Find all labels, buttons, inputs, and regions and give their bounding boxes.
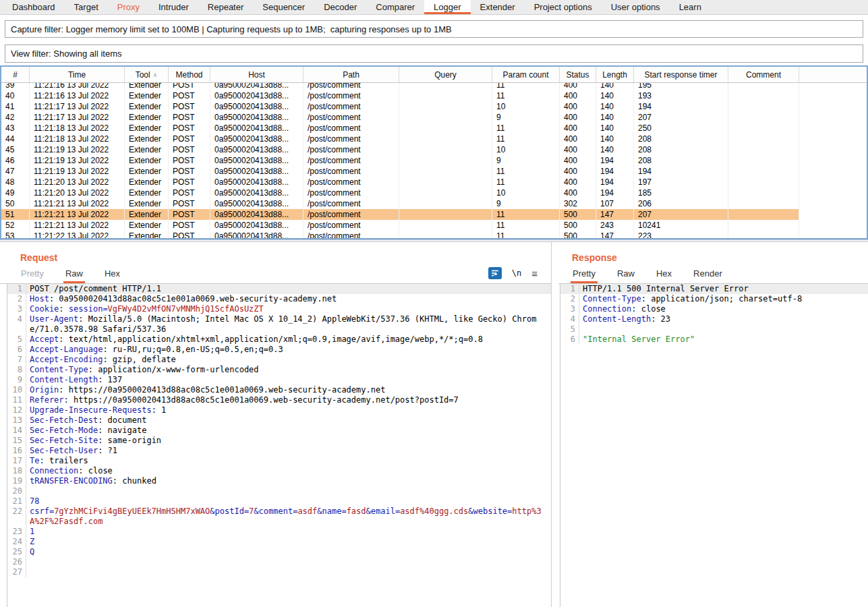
- table-row[interactable]: 4911:21:20 13 Jul 2022ExtenderPOST0a9500…: [1, 187, 867, 198]
- line-content: Content-Length: 23: [579, 314, 868, 324]
- table-row[interactable]: 4411:21:18 13 Jul 2022ExtenderPOST0a9500…: [1, 134, 867, 144]
- menu-tab-project-options[interactable]: Project options: [525, 0, 602, 14]
- request-tab-raw[interactable]: Raw: [63, 265, 85, 283]
- menu-tab-dashboard[interactable]: Dashboard: [3, 0, 65, 14]
- column-header-path[interactable]: Path: [303, 67, 399, 82]
- editor-line: 4Content-Length: 23: [560, 314, 868, 324]
- line-number: 18: [7, 466, 26, 476]
- table-cell: POST: [169, 187, 210, 198]
- table-row[interactable]: 4211:21:17 13 Jul 2022ExtenderPOST0a9500…: [1, 112, 867, 123]
- table-cell: [728, 144, 799, 155]
- table-cell: 11:21:18 13 Jul 2022: [30, 134, 125, 144]
- view-filter-text: View filter: Showing all items: [11, 49, 122, 59]
- editor-line: 24Z: [7, 537, 551, 547]
- column-header-tool[interactable]: Tool∧: [125, 67, 169, 82]
- menu-tab-target[interactable]: Target: [65, 0, 108, 14]
- menu-tab-decoder[interactable]: Decoder: [314, 0, 366, 14]
- menu-tab-learn[interactable]: Learn: [670, 0, 711, 14]
- table-cell: 0a9500020413d88...: [210, 144, 303, 155]
- line-content: Content-Length: 137: [26, 375, 551, 385]
- table-cell: 0a9500020413d88...: [210, 155, 303, 166]
- panel-divider[interactable]: [552, 242, 558, 607]
- table-cell: 0a9500020413d88...: [210, 177, 303, 187]
- menu-tab-repeater[interactable]: Repeater: [198, 0, 253, 14]
- table-row[interactable]: 5111:21:21 13 Jul 2022ExtenderPOST0a9500…: [1, 209, 867, 220]
- table-cell: 0a9500020413d88...: [210, 220, 303, 231]
- column-header-label: Method: [175, 70, 202, 80]
- table-row[interactable]: 4711:21:19 13 Jul 2022ExtenderPOST0a9500…: [1, 166, 867, 177]
- table-cell: Extender: [125, 123, 169, 134]
- line-number: 7: [7, 355, 26, 365]
- table-cell: [728, 198, 799, 209]
- table-row[interactable]: 5011:21:21 13 Jul 2022ExtenderPOST0a9500…: [1, 198, 867, 209]
- table-cell: /post/comment: [303, 187, 399, 198]
- column-header-host[interactable]: Host: [210, 67, 303, 82]
- column-header-method[interactable]: Method: [169, 67, 210, 82]
- request-editor[interactable]: 1POST /post/comment HTTP/1.12Host: 0a950…: [7, 284, 551, 607]
- table-row[interactable]: 4811:21:20 13 Jul 2022ExtenderPOST0a9500…: [1, 177, 867, 187]
- table-row[interactable]: 4011:21:16 13 Jul 2022ExtenderPOST0a9500…: [1, 90, 867, 101]
- table-row[interactable]: 4511:21:19 13 Jul 2022ExtenderPOST0a9500…: [1, 144, 867, 155]
- response-tab-raw[interactable]: Raw: [615, 265, 637, 283]
- table-cell: [728, 101, 799, 112]
- table-row[interactable]: 5311:21:22 13 Jul 2022ExtenderPOST0a9500…: [1, 231, 867, 239]
- response-tab-hex[interactable]: Hex: [654, 265, 674, 283]
- column-header-comment[interactable]: Comment: [728, 67, 799, 82]
- table-cell: Extender: [125, 187, 169, 198]
- table-cell: 45: [1, 144, 30, 155]
- menu-tab-comparer[interactable]: Comparer: [366, 0, 424, 14]
- column-header-length[interactable]: Length: [596, 67, 634, 82]
- table-cell: 11: [492, 123, 560, 134]
- capture-filter-bar[interactable]: Capture filter: Logger memory limit set …: [5, 20, 863, 38]
- menu-tab-proxy[interactable]: Proxy: [108, 0, 149, 14]
- column-header-query[interactable]: Query: [399, 67, 492, 82]
- soft-wrap-toggle-icon[interactable]: [488, 267, 502, 279]
- line-number: 4: [7, 314, 26, 335]
- view-filter-bar[interactable]: View filter: Showing all items: [5, 45, 863, 63]
- menu-tab-sequencer[interactable]: Sequencer: [253, 0, 314, 14]
- request-tab-pretty[interactable]: Pretty: [19, 265, 46, 283]
- table-cell: [728, 187, 799, 198]
- editor-menu-icon[interactable]: ≡: [531, 268, 538, 279]
- menu-tab-intruder[interactable]: Intruder: [149, 0, 198, 14]
- table-row[interactable]: 4311:21:18 13 Jul 2022ExtenderPOST0a9500…: [1, 123, 867, 134]
- line-content: tRANSFER-ENCODING: chunked: [26, 476, 551, 486]
- table-cell: 400: [560, 166, 596, 177]
- line-content: Sec-Fetch-User: ?1: [26, 446, 551, 456]
- main-menubar: DashboardTargetProxyIntruderRepeaterSequ…: [0, 0, 868, 15]
- table-cell: 185: [634, 187, 728, 198]
- column-header-status[interactable]: Status: [560, 67, 596, 82]
- table-cell: [399, 112, 492, 123]
- table-row[interactable]: 4611:21:19 13 Jul 2022ExtenderPOST0a9500…: [1, 155, 867, 166]
- editor-line: 1HTTP/1.1 500 Internal Server Error: [560, 284, 868, 294]
- table-cell: [728, 166, 799, 177]
- table-row[interactable]: 4111:21:17 13 Jul 2022ExtenderPOST0a9500…: [1, 101, 867, 112]
- column-header-param-count[interactable]: Param count: [492, 67, 560, 82]
- table-cell: 0a9500020413d88...: [210, 187, 303, 198]
- table-cell: 44: [1, 134, 30, 144]
- response-tab-pretty[interactable]: Pretty: [571, 265, 598, 283]
- table-cell: 11: [492, 90, 560, 101]
- request-tab-hex[interactable]: Hex: [103, 265, 122, 283]
- response-editor[interactable]: 1HTTP/1.1 500 Internal Server Error2Cont…: [560, 284, 868, 607]
- response-tab-render[interactable]: Render: [691, 265, 724, 283]
- menu-tab-user-options[interactable]: User options: [602, 0, 670, 14]
- request-panel: Request PrettyRawHex \n ≡ 1POST /post/co…: [0, 242, 552, 607]
- table-row[interactable]: 5211:21:21 13 Jul 2022ExtenderPOST0a9500…: [1, 220, 867, 231]
- table-cell: /post/comment: [303, 231, 399, 239]
- menu-tab-extender[interactable]: Extender: [471, 0, 525, 14]
- column-header-index[interactable]: #: [1, 67, 30, 82]
- newline-toggle-icon[interactable]: \n: [512, 268, 521, 278]
- table-cell: /post/comment: [303, 134, 399, 144]
- table-cell: 11:21:22 13 Jul 2022: [30, 231, 125, 239]
- table-cell: 500: [560, 209, 596, 220]
- table-cell: 0a9500020413d88...: [210, 134, 303, 144]
- table-cell: /post/comment: [303, 155, 399, 166]
- column-header-time[interactable]: Time: [30, 67, 125, 82]
- table-cell: 208: [634, 134, 728, 144]
- menu-tab-logger[interactable]: Logger: [424, 0, 470, 14]
- column-header-start-response-timer[interactable]: Start response timer: [634, 67, 728, 82]
- table-cell: 400: [560, 155, 596, 166]
- line-number: 1: [560, 284, 579, 294]
- logger-table[interactable]: #TimeTool∧MethodHostPathQueryParam count…: [0, 65, 868, 239]
